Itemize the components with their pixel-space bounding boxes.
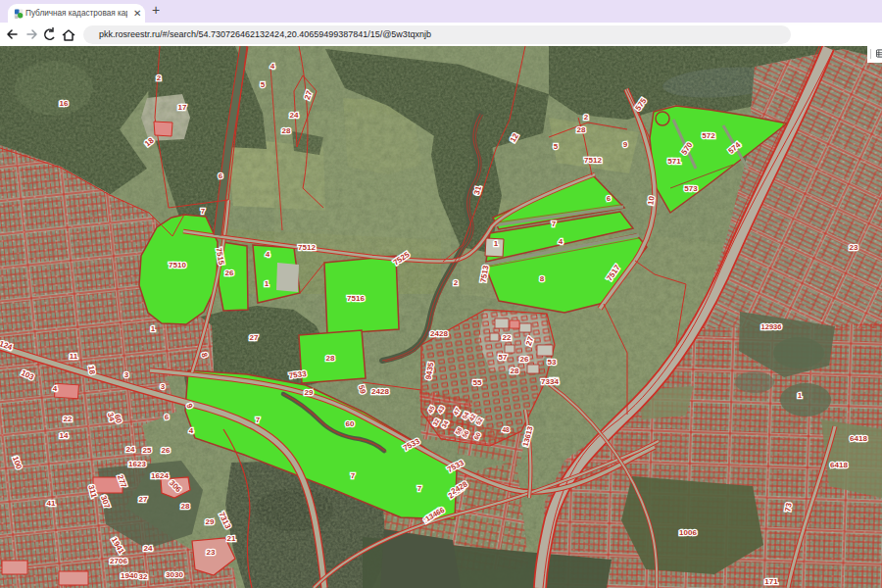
svg-text:26: 26 (162, 446, 171, 455)
svg-text:2: 2 (454, 278, 459, 287)
svg-text:22: 22 (64, 415, 73, 423)
svg-text:41: 41 (47, 499, 56, 508)
svg-text:8: 8 (540, 274, 545, 283)
svg-text:6418: 6418 (830, 461, 848, 469)
svg-text:25: 25 (143, 446, 152, 455)
svg-text:29: 29 (206, 517, 215, 526)
svg-text:7334: 7334 (541, 377, 559, 386)
svg-text:5: 5 (261, 80, 266, 89)
svg-text:6: 6 (607, 194, 612, 203)
svg-text:7: 7 (351, 471, 356, 480)
svg-text:2: 2 (584, 113, 589, 122)
svg-text:55: 55 (473, 378, 482, 387)
svg-text:1: 1 (265, 279, 270, 288)
svg-text:26: 26 (225, 269, 234, 277)
svg-text:22: 22 (503, 333, 512, 342)
svg-text:7512: 7512 (298, 243, 316, 252)
svg-text:9: 9 (623, 140, 628, 149)
svg-text:1623: 1623 (128, 460, 146, 468)
svg-text:29: 29 (305, 388, 314, 397)
svg-text:7: 7 (552, 220, 557, 228)
svg-text:14: 14 (60, 431, 69, 440)
svg-text:1624: 1624 (151, 471, 169, 480)
svg-text:3: 3 (161, 382, 166, 391)
svg-text:27: 27 (139, 495, 148, 504)
svg-text:27: 27 (250, 333, 259, 342)
svg-text:12936: 12936 (761, 322, 782, 331)
svg-text:60: 60 (346, 419, 355, 428)
svg-text:1: 1 (494, 239, 499, 248)
svg-text:573: 573 (684, 184, 698, 193)
svg-text:23: 23 (207, 548, 216, 557)
svg-text:28: 28 (181, 502, 190, 511)
svg-text:6: 6 (165, 413, 170, 421)
svg-text:171: 171 (764, 577, 778, 586)
svg-text:57: 57 (499, 353, 508, 362)
svg-text:24: 24 (290, 111, 299, 120)
svg-text:28: 28 (326, 354, 335, 363)
svg-text:23: 23 (850, 243, 858, 252)
svg-text:3: 3 (124, 370, 129, 379)
svg-text:24: 24 (126, 445, 135, 454)
svg-text:6: 6 (219, 172, 223, 180)
svg-text:11: 11 (70, 352, 78, 361)
svg-text:7510: 7510 (169, 261, 186, 270)
svg-text:7: 7 (417, 484, 422, 493)
svg-text:7: 7 (201, 207, 206, 216)
svg-text:48: 48 (502, 426, 510, 433)
svg-text:53: 53 (548, 358, 557, 367)
svg-text:17: 17 (178, 103, 187, 112)
svg-text:2428: 2428 (371, 387, 389, 396)
svg-text:4: 4 (53, 384, 58, 393)
svg-text:4: 4 (270, 62, 275, 71)
svg-text:16: 16 (60, 99, 69, 108)
svg-text:26: 26 (520, 355, 529, 364)
svg-text:4: 4 (559, 237, 564, 246)
svg-text:1: 1 (798, 391, 803, 400)
svg-text:1940: 1940 (121, 571, 138, 580)
svg-text:32: 32 (139, 572, 148, 581)
svg-text:28: 28 (282, 126, 291, 135)
svg-text:28: 28 (577, 125, 586, 134)
svg-text:6418: 6418 (850, 434, 867, 443)
svg-text:28: 28 (511, 367, 519, 375)
svg-text:7: 7 (256, 416, 261, 424)
svg-text:2: 2 (157, 74, 162, 82)
svg-text:2706: 2706 (110, 557, 127, 565)
svg-text:1006: 1006 (679, 528, 697, 537)
svg-text:5: 5 (554, 142, 559, 151)
svg-text:1: 1 (151, 324, 156, 333)
svg-text:21: 21 (227, 534, 236, 543)
svg-text:7512: 7512 (584, 156, 602, 165)
svg-text:4: 4 (189, 426, 194, 435)
svg-text:571: 571 (667, 157, 681, 166)
svg-text:3030: 3030 (166, 570, 183, 579)
svg-text:2428: 2428 (430, 329, 448, 338)
svg-text:24: 24 (144, 544, 153, 553)
svg-text:4: 4 (266, 250, 270, 259)
svg-text:572: 572 (702, 131, 715, 140)
svg-text:7516: 7516 (347, 294, 365, 303)
